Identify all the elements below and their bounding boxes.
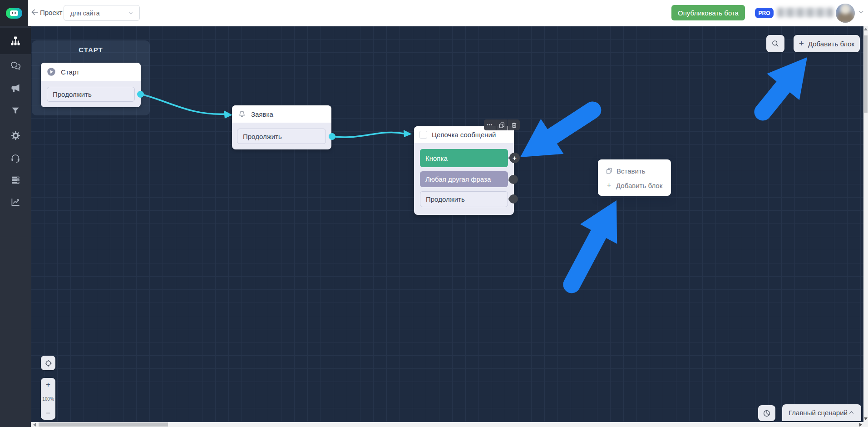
play-icon [46, 67, 56, 77]
scenario-selector[interactable]: Главный сценарий [782, 404, 861, 421]
plus-icon: + [799, 39, 804, 49]
server-icon [10, 175, 21, 185]
chevron-up-icon [848, 409, 855, 416]
bell-icon [237, 109, 247, 119]
chain-continue-button[interactable]: Продолжить [420, 191, 508, 207]
zoom-in-button[interactable]: + [46, 381, 50, 388]
more-options-button[interactable]: ••• [484, 119, 496, 130]
flow-canvas[interactable] [31, 26, 863, 422]
chain-button-knopka[interactable]: Кнопка [420, 149, 508, 167]
paste-label: Вставить [616, 167, 646, 175]
start-output-port[interactable] [137, 91, 144, 98]
chat-bubbles-icon [10, 60, 21, 71]
zoom-out-button[interactable]: − [46, 409, 50, 417]
history-button[interactable] [758, 405, 775, 421]
project-select[interactable]: для сайта [64, 5, 140, 21]
sitemap-icon [10, 35, 21, 46]
search-button[interactable] [766, 35, 784, 52]
chain-button-any-phrase[interactable]: Любая другая фраза [420, 171, 508, 187]
chain-add-connection-port[interactable]: + [509, 153, 520, 163]
sidebar-item-broadcast[interactable] [0, 77, 31, 99]
sidebar-item-integrations[interactable] [0, 169, 31, 191]
scroll-right-icon[interactable] [859, 423, 862, 427]
crosshair-icon [44, 359, 53, 367]
add-block-button[interactable]: + Добавить блок [794, 35, 860, 52]
funnel-icon [10, 106, 20, 116]
zayavka-node-header[interactable]: Заявка [232, 105, 331, 123]
vertical-scroll-thumb[interactable] [864, 35, 868, 113]
plus-glyph: + [513, 154, 517, 161]
add-block-button-label: Добавить блок [808, 40, 854, 48]
scroll-left-icon[interactable] [33, 423, 36, 427]
start-continue-button[interactable]: Продолжить [47, 87, 135, 102]
back-button[interactable] [30, 7, 41, 18]
pie-chart-icon [762, 409, 771, 418]
context-menu: Вставить + Добавить блок [598, 159, 671, 196]
start-group-title: СТАРТ [32, 46, 150, 54]
chart-icon [10, 197, 21, 207]
sidebar-item-flow-builder[interactable] [0, 28, 31, 54]
node-toolbar: ••• [484, 119, 520, 130]
vertical-scrollbar[interactable] [863, 26, 868, 422]
chevron-down-icon [128, 10, 134, 16]
zayavka-node-title: Заявка [251, 110, 273, 118]
app-window: СТАРТ Старт Продолжить Заявка Продолжить [0, 0, 868, 427]
start-node-title: Старт [61, 68, 79, 76]
headset-icon [10, 153, 21, 164]
search-icon [771, 39, 780, 48]
sidebar-item-settings[interactable] [0, 124, 31, 147]
bot-logo-icon [6, 8, 22, 19]
user-name-blurred [777, 8, 833, 17]
zayavka-node[interactable]: Заявка Продолжить [232, 105, 331, 149]
zayavka-output-port[interactable] [329, 133, 335, 140]
scroll-down-icon[interactable] [864, 417, 868, 420]
scenario-label: Главный сценарий [789, 409, 848, 417]
chain-output-port-2[interactable] [509, 175, 518, 184]
scroll-up-icon[interactable] [864, 28, 868, 30]
copy-icon [498, 122, 505, 129]
horizontal-scroll-thumb[interactable] [39, 422, 168, 427]
chain-checkbox[interactable] [419, 131, 427, 139]
add-block-label: Добавить блок [616, 182, 662, 189]
user-menu-chevron-icon[interactable] [857, 8, 865, 16]
locate-button[interactable] [41, 356, 55, 370]
avatar[interactable] [836, 4, 855, 23]
publish-bot-button[interactable]: Опубликовать бота [671, 5, 745, 20]
back-arrow-icon [30, 7, 40, 17]
app-logo[interactable] [0, 0, 28, 26]
sidebar-item-analytics[interactable] [0, 190, 31, 213]
sidebar-item-funnel[interactable] [0, 99, 31, 122]
trash-icon [511, 122, 518, 129]
sidebar: ? [0, 26, 31, 427]
sidebar-item-chats[interactable] [0, 54, 31, 77]
start-node[interactable]: Старт Продолжить [41, 63, 141, 107]
chain-output-port-3[interactable] [509, 194, 518, 204]
sidebar-item-support[interactable] [0, 147, 31, 169]
project-label: Проект [40, 9, 62, 16]
megaphone-icon [10, 83, 21, 94]
pro-badge: PRO [755, 8, 774, 18]
scrollbar-corner [863, 422, 868, 427]
plus-icon: + [606, 181, 612, 190]
dots-icon: ••• [487, 123, 493, 127]
context-menu-item-add-block[interactable]: + Добавить блок [606, 180, 662, 191]
chain-node-title: Цепочка сообщений [432, 131, 496, 139]
topbar: Проект для сайта Опубликовать бота PRO [0, 0, 868, 26]
zoom-controls: + 100% − [41, 378, 55, 420]
delete-node-button[interactable] [508, 119, 520, 130]
start-node-header[interactable]: Старт [41, 63, 141, 81]
gear-icon [10, 130, 21, 141]
paste-icon [606, 167, 613, 174]
project-select-value: для сайта [70, 10, 99, 17]
chain-node[interactable]: Цепочка сообщений Кнопка Любая другая фр… [414, 126, 514, 215]
zoom-level: 100% [42, 397, 54, 402]
horizontal-scrollbar[interactable] [31, 422, 863, 427]
copy-node-button[interactable] [496, 119, 508, 130]
zayavka-continue-button[interactable]: Продолжить [237, 129, 326, 144]
context-menu-item-paste[interactable]: Вставить [606, 165, 646, 176]
